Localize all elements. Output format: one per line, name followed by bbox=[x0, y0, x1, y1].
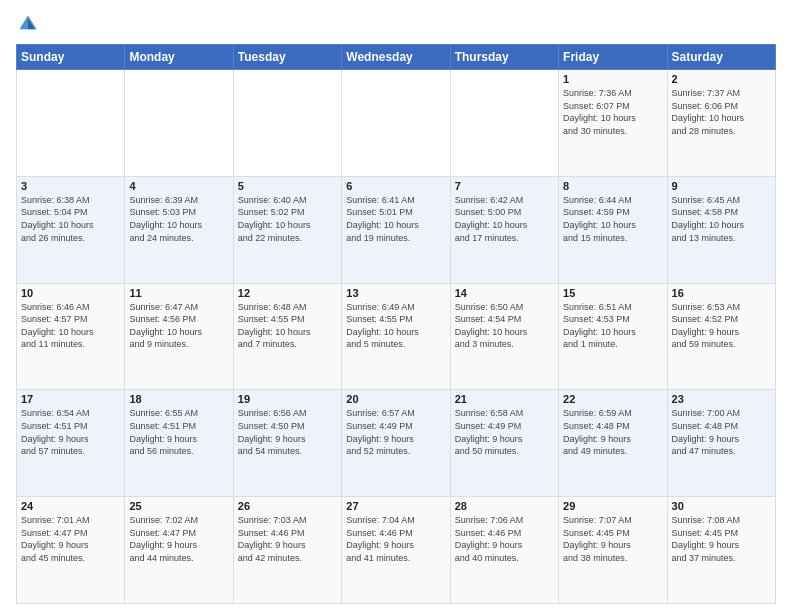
day-detail: Sunrise: 6:41 AM Sunset: 5:01 PM Dayligh… bbox=[346, 194, 445, 244]
day-number: 24 bbox=[21, 500, 120, 512]
day-detail: Sunrise: 6:58 AM Sunset: 4:49 PM Dayligh… bbox=[455, 407, 554, 457]
day-number: 14 bbox=[455, 287, 554, 299]
day-detail: Sunrise: 6:46 AM Sunset: 4:57 PM Dayligh… bbox=[21, 301, 120, 351]
day-detail: Sunrise: 7:03 AM Sunset: 4:46 PM Dayligh… bbox=[238, 514, 337, 564]
day-cell: 27Sunrise: 7:04 AM Sunset: 4:46 PM Dayli… bbox=[342, 497, 450, 604]
day-cell: 13Sunrise: 6:49 AM Sunset: 4:55 PM Dayli… bbox=[342, 283, 450, 390]
day-cell: 18Sunrise: 6:55 AM Sunset: 4:51 PM Dayli… bbox=[125, 390, 233, 497]
day-cell: 6Sunrise: 6:41 AM Sunset: 5:01 PM Daylig… bbox=[342, 176, 450, 283]
day-number: 2 bbox=[672, 73, 771, 85]
day-cell: 9Sunrise: 6:45 AM Sunset: 4:58 PM Daylig… bbox=[667, 176, 775, 283]
day-cell: 7Sunrise: 6:42 AM Sunset: 5:00 PM Daylig… bbox=[450, 176, 558, 283]
page: SundayMondayTuesdayWednesdayThursdayFrid… bbox=[0, 0, 792, 612]
day-cell: 25Sunrise: 7:02 AM Sunset: 4:47 PM Dayli… bbox=[125, 497, 233, 604]
day-cell: 23Sunrise: 7:00 AM Sunset: 4:48 PM Dayli… bbox=[667, 390, 775, 497]
day-detail: Sunrise: 6:59 AM Sunset: 4:48 PM Dayligh… bbox=[563, 407, 662, 457]
day-of-week-thursday: Thursday bbox=[450, 45, 558, 70]
calendar: SundayMondayTuesdayWednesdayThursdayFrid… bbox=[16, 44, 776, 604]
day-cell bbox=[125, 70, 233, 177]
day-detail: Sunrise: 6:57 AM Sunset: 4:49 PM Dayligh… bbox=[346, 407, 445, 457]
day-number: 4 bbox=[129, 180, 228, 192]
day-number: 28 bbox=[455, 500, 554, 512]
day-number: 19 bbox=[238, 393, 337, 405]
week-row-3: 10Sunrise: 6:46 AM Sunset: 4:57 PM Dayli… bbox=[17, 283, 776, 390]
day-number: 3 bbox=[21, 180, 120, 192]
header-row: SundayMondayTuesdayWednesdayThursdayFrid… bbox=[17, 45, 776, 70]
day-number: 16 bbox=[672, 287, 771, 299]
day-detail: Sunrise: 7:07 AM Sunset: 4:45 PM Dayligh… bbox=[563, 514, 662, 564]
day-number: 6 bbox=[346, 180, 445, 192]
logo-icon bbox=[16, 12, 40, 36]
day-detail: Sunrise: 6:38 AM Sunset: 5:04 PM Dayligh… bbox=[21, 194, 120, 244]
day-cell: 17Sunrise: 6:54 AM Sunset: 4:51 PM Dayli… bbox=[17, 390, 125, 497]
day-detail: Sunrise: 7:36 AM Sunset: 6:07 PM Dayligh… bbox=[563, 87, 662, 137]
day-number: 10 bbox=[21, 287, 120, 299]
day-number: 7 bbox=[455, 180, 554, 192]
day-number: 11 bbox=[129, 287, 228, 299]
week-row-1: 1Sunrise: 7:36 AM Sunset: 6:07 PM Daylig… bbox=[17, 70, 776, 177]
day-cell: 4Sunrise: 6:39 AM Sunset: 5:03 PM Daylig… bbox=[125, 176, 233, 283]
day-number: 27 bbox=[346, 500, 445, 512]
day-cell: 24Sunrise: 7:01 AM Sunset: 4:47 PM Dayli… bbox=[17, 497, 125, 604]
day-cell bbox=[233, 70, 341, 177]
day-detail: Sunrise: 7:00 AM Sunset: 4:48 PM Dayligh… bbox=[672, 407, 771, 457]
day-number: 13 bbox=[346, 287, 445, 299]
day-cell: 5Sunrise: 6:40 AM Sunset: 5:02 PM Daylig… bbox=[233, 176, 341, 283]
day-number: 12 bbox=[238, 287, 337, 299]
day-cell: 26Sunrise: 7:03 AM Sunset: 4:46 PM Dayli… bbox=[233, 497, 341, 604]
day-detail: Sunrise: 6:51 AM Sunset: 4:53 PM Dayligh… bbox=[563, 301, 662, 351]
day-detail: Sunrise: 7:06 AM Sunset: 4:46 PM Dayligh… bbox=[455, 514, 554, 564]
day-cell: 12Sunrise: 6:48 AM Sunset: 4:55 PM Dayli… bbox=[233, 283, 341, 390]
day-cell: 1Sunrise: 7:36 AM Sunset: 6:07 PM Daylig… bbox=[559, 70, 667, 177]
day-cell bbox=[17, 70, 125, 177]
calendar-body: 1Sunrise: 7:36 AM Sunset: 6:07 PM Daylig… bbox=[17, 70, 776, 604]
day-detail: Sunrise: 6:48 AM Sunset: 4:55 PM Dayligh… bbox=[238, 301, 337, 351]
day-of-week-sunday: Sunday bbox=[17, 45, 125, 70]
day-of-week-tuesday: Tuesday bbox=[233, 45, 341, 70]
day-number: 30 bbox=[672, 500, 771, 512]
day-detail: Sunrise: 6:44 AM Sunset: 4:59 PM Dayligh… bbox=[563, 194, 662, 244]
day-cell bbox=[450, 70, 558, 177]
day-number: 1 bbox=[563, 73, 662, 85]
day-detail: Sunrise: 7:37 AM Sunset: 6:06 PM Dayligh… bbox=[672, 87, 771, 137]
day-number: 18 bbox=[129, 393, 228, 405]
day-detail: Sunrise: 6:55 AM Sunset: 4:51 PM Dayligh… bbox=[129, 407, 228, 457]
day-cell: 21Sunrise: 6:58 AM Sunset: 4:49 PM Dayli… bbox=[450, 390, 558, 497]
day-cell: 15Sunrise: 6:51 AM Sunset: 4:53 PM Dayli… bbox=[559, 283, 667, 390]
week-row-5: 24Sunrise: 7:01 AM Sunset: 4:47 PM Dayli… bbox=[17, 497, 776, 604]
day-of-week-saturday: Saturday bbox=[667, 45, 775, 70]
day-cell: 19Sunrise: 6:56 AM Sunset: 4:50 PM Dayli… bbox=[233, 390, 341, 497]
day-number: 26 bbox=[238, 500, 337, 512]
day-detail: Sunrise: 7:08 AM Sunset: 4:45 PM Dayligh… bbox=[672, 514, 771, 564]
day-detail: Sunrise: 6:47 AM Sunset: 4:56 PM Dayligh… bbox=[129, 301, 228, 351]
day-cell: 16Sunrise: 6:53 AM Sunset: 4:52 PM Dayli… bbox=[667, 283, 775, 390]
day-detail: Sunrise: 6:56 AM Sunset: 4:50 PM Dayligh… bbox=[238, 407, 337, 457]
logo bbox=[16, 12, 44, 36]
day-detail: Sunrise: 6:54 AM Sunset: 4:51 PM Dayligh… bbox=[21, 407, 120, 457]
day-cell: 10Sunrise: 6:46 AM Sunset: 4:57 PM Dayli… bbox=[17, 283, 125, 390]
day-detail: Sunrise: 6:40 AM Sunset: 5:02 PM Dayligh… bbox=[238, 194, 337, 244]
day-number: 29 bbox=[563, 500, 662, 512]
day-cell: 22Sunrise: 6:59 AM Sunset: 4:48 PM Dayli… bbox=[559, 390, 667, 497]
day-detail: Sunrise: 6:39 AM Sunset: 5:03 PM Dayligh… bbox=[129, 194, 228, 244]
calendar-header: SundayMondayTuesdayWednesdayThursdayFrid… bbox=[17, 45, 776, 70]
day-cell: 20Sunrise: 6:57 AM Sunset: 4:49 PM Dayli… bbox=[342, 390, 450, 497]
day-cell: 8Sunrise: 6:44 AM Sunset: 4:59 PM Daylig… bbox=[559, 176, 667, 283]
day-detail: Sunrise: 7:04 AM Sunset: 4:46 PM Dayligh… bbox=[346, 514, 445, 564]
day-detail: Sunrise: 6:42 AM Sunset: 5:00 PM Dayligh… bbox=[455, 194, 554, 244]
day-cell: 11Sunrise: 6:47 AM Sunset: 4:56 PM Dayli… bbox=[125, 283, 233, 390]
day-detail: Sunrise: 6:49 AM Sunset: 4:55 PM Dayligh… bbox=[346, 301, 445, 351]
day-number: 15 bbox=[563, 287, 662, 299]
day-detail: Sunrise: 6:45 AM Sunset: 4:58 PM Dayligh… bbox=[672, 194, 771, 244]
day-number: 8 bbox=[563, 180, 662, 192]
header bbox=[16, 12, 776, 36]
day-number: 20 bbox=[346, 393, 445, 405]
day-cell: 28Sunrise: 7:06 AM Sunset: 4:46 PM Dayli… bbox=[450, 497, 558, 604]
day-cell bbox=[342, 70, 450, 177]
day-cell: 14Sunrise: 6:50 AM Sunset: 4:54 PM Dayli… bbox=[450, 283, 558, 390]
day-cell: 2Sunrise: 7:37 AM Sunset: 6:06 PM Daylig… bbox=[667, 70, 775, 177]
day-number: 9 bbox=[672, 180, 771, 192]
day-cell: 3Sunrise: 6:38 AM Sunset: 5:04 PM Daylig… bbox=[17, 176, 125, 283]
week-row-4: 17Sunrise: 6:54 AM Sunset: 4:51 PM Dayli… bbox=[17, 390, 776, 497]
day-detail: Sunrise: 7:02 AM Sunset: 4:47 PM Dayligh… bbox=[129, 514, 228, 564]
